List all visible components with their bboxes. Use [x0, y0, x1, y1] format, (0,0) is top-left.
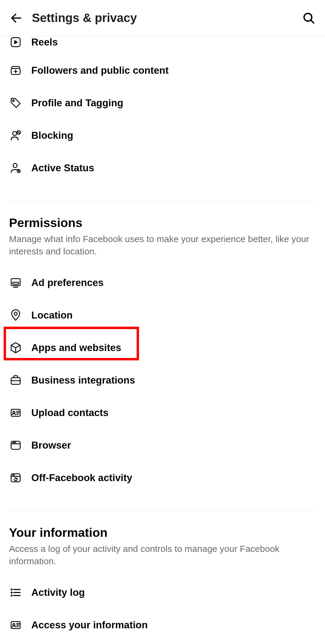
settings-item-browser[interactable]: Browser: [9, 429, 316, 462]
settings-item-label: Off-Facebook activity: [31, 472, 132, 484]
permissions-header: Permissions Manage what info Facebook us…: [9, 201, 316, 257]
svg-point-34: [14, 475, 14, 475]
followers-icon: [9, 64, 22, 77]
settings-item-label: Access your information: [31, 619, 148, 631]
svg-marker-4: [15, 41, 17, 44]
settings-item-label: Followers and public content: [31, 65, 169, 76]
page-title: Settings & privacy: [32, 11, 302, 25]
search-icon: [302, 11, 315, 25]
settings-item-business-integrations[interactable]: Business integrations: [9, 364, 316, 397]
svg-point-33: [13, 475, 13, 475]
settings-item-blocking[interactable]: Blocking: [9, 119, 316, 152]
cube-icon: [9, 341, 22, 354]
svg-rect-15: [13, 282, 19, 284]
settings-item-apps-websites[interactable]: Apps and websites: [9, 331, 316, 364]
activity-log-icon: [9, 586, 22, 599]
settings-item-active-status[interactable]: Active Status: [9, 152, 316, 184]
svg-point-39: [11, 595, 12, 596]
permissions-items: Ad preferences Location Apps and website…: [9, 257, 316, 494]
settings-item-label: Active Status: [31, 162, 94, 174]
settings-item-label: Apps and websites: [31, 342, 121, 353]
off-facebook-icon: [9, 471, 22, 484]
svg-point-30: [15, 442, 16, 443]
settings-item-ad-preferences[interactable]: Ad preferences: [9, 266, 316, 299]
tag-icon: [9, 96, 22, 110]
settings-item-label: Business integrations: [31, 375, 135, 386]
blocking-icon: [9, 129, 22, 142]
reels-icon: [9, 36, 22, 49]
svg-line-11: [17, 131, 20, 134]
settings-item-followers[interactable]: Followers and public content: [9, 54, 316, 87]
ad-icon: [9, 276, 22, 289]
contacts-icon: [9, 406, 22, 419]
settings-item-activity-log[interactable]: Activity log: [9, 576, 316, 609]
section-description: Manage what info Facebook uses to make y…: [9, 233, 316, 257]
location-icon: [9, 309, 22, 322]
your-information-header: Your information Access a log of your ac…: [9, 511, 316, 567]
settings-item-access-info[interactable]: Access your information: [9, 609, 316, 641]
briefcase-icon: [9, 374, 22, 387]
section-title: Permissions: [9, 216, 316, 230]
svg-point-9: [13, 132, 17, 135]
svg-point-12: [13, 163, 17, 167]
settings-item-reels[interactable]: Reels: [9, 30, 316, 54]
audience-items: Reels Followers and public content Profi…: [9, 30, 316, 184]
svg-point-29: [14, 442, 14, 443]
svg-point-42: [13, 624, 15, 626]
back-button[interactable]: [9, 11, 23, 25]
settings-item-off-facebook[interactable]: Off-Facebook activity: [9, 462, 316, 494]
svg-point-37: [11, 592, 12, 593]
section-title: Your information: [9, 526, 316, 540]
settings-item-label: Upload contacts: [31, 407, 109, 418]
settings-item-label: Location: [31, 310, 73, 321]
svg-point-28: [13, 442, 13, 443]
arrow-left-icon: [10, 11, 23, 25]
svg-point-35: [11, 589, 12, 590]
your-information-items: Activity log Access your information: [9, 567, 316, 641]
settings-item-label: Ad preferences: [31, 277, 104, 288]
settings-item-upload-contacts[interactable]: Upload contacts: [9, 397, 316, 429]
active-status-icon: [9, 161, 22, 175]
svg-point-8: [13, 100, 14, 101]
search-button[interactable]: [302, 11, 316, 25]
browser-icon: [9, 439, 22, 452]
settings-item-location[interactable]: Location: [9, 299, 316, 331]
settings-item-profile-tagging[interactable]: Profile and Tagging: [9, 87, 316, 119]
svg-point-22: [13, 411, 15, 413]
svg-point-17: [14, 312, 17, 315]
settings-item-label: Activity log: [31, 587, 85, 598]
settings-item-label: Profile and Tagging: [31, 97, 123, 109]
section-description: Access a log of your activity and contro…: [9, 543, 316, 567]
svg-line-2: [311, 20, 314, 23]
settings-item-label: Reels: [31, 36, 58, 48]
settings-item-label: Blocking: [31, 130, 73, 141]
access-info-icon: [9, 618, 22, 632]
settings-item-label: Browser: [31, 440, 71, 451]
